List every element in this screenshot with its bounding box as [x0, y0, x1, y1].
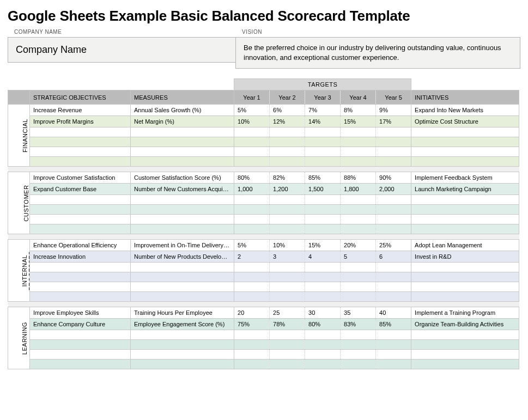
target-cell[interactable] [234, 195, 270, 205]
target-cell[interactable] [341, 215, 376, 224]
target-cell[interactable]: 5% [234, 105, 270, 116]
initiative-cell[interactable] [411, 205, 519, 215]
target-cell[interactable]: 3 [270, 251, 305, 263]
target-cell[interactable] [376, 282, 411, 292]
measure-cell[interactable]: Number of New Customers Acquired [131, 184, 234, 195]
target-cell[interactable]: 6% [270, 105, 305, 116]
target-cell[interactable]: 75% [234, 319, 270, 330]
target-cell[interactable] [270, 340, 305, 350]
target-cell[interactable] [305, 263, 341, 272]
target-cell[interactable] [270, 360, 305, 369]
measure-cell[interactable] [131, 147, 234, 157]
objective-cell[interactable] [30, 330, 131, 340]
target-cell[interactable] [270, 137, 305, 147]
target-cell[interactable] [305, 272, 341, 282]
target-cell[interactable] [270, 147, 305, 157]
initiative-cell[interactable] [411, 224, 519, 234]
target-cell[interactable] [305, 195, 341, 205]
target-cell[interactable] [341, 282, 376, 292]
objective-cell[interactable] [30, 137, 131, 147]
measure-cell[interactable] [131, 340, 234, 350]
initiative-cell[interactable]: Launch Marketing Campaign [411, 184, 519, 195]
target-cell[interactable] [341, 263, 376, 272]
measure-cell[interactable] [131, 292, 234, 302]
target-cell[interactable] [305, 292, 341, 302]
target-cell[interactable] [376, 215, 411, 224]
initiative-cell[interactable] [411, 263, 519, 272]
initiative-cell[interactable] [411, 282, 519, 292]
measure-cell[interactable] [131, 350, 234, 360]
target-cell[interactable] [376, 224, 411, 234]
measure-cell[interactable] [131, 282, 234, 292]
target-cell[interactable]: 4 [305, 251, 341, 263]
target-cell[interactable] [270, 205, 305, 215]
measure-cell[interactable] [131, 205, 234, 215]
initiative-cell[interactable] [411, 272, 519, 282]
target-cell[interactable]: 82% [270, 172, 305, 184]
measure-cell[interactable] [131, 215, 234, 224]
objective-cell[interactable]: Increase Innovation [30, 251, 131, 263]
initiative-cell[interactable] [411, 137, 519, 147]
target-cell[interactable]: 14% [305, 116, 341, 127]
target-cell[interactable] [376, 272, 411, 282]
initiative-cell[interactable] [411, 360, 519, 369]
initiative-cell[interactable] [411, 147, 519, 157]
target-cell[interactable]: 1,800 [341, 184, 376, 195]
measure-cell[interactable] [131, 272, 234, 282]
objective-cell[interactable]: Increase Revenue [30, 105, 131, 116]
target-cell[interactable] [341, 137, 376, 147]
target-cell[interactable]: 90% [376, 172, 411, 184]
target-cell[interactable]: 15% [305, 240, 341, 251]
target-cell[interactable]: 5 [341, 251, 376, 263]
target-cell[interactable] [341, 272, 376, 282]
target-cell[interactable]: 83% [341, 319, 376, 330]
target-cell[interactable] [234, 137, 270, 147]
initiative-cell[interactable]: Implement Feedback System [411, 172, 519, 184]
target-cell[interactable] [341, 224, 376, 234]
target-cell[interactable] [341, 330, 376, 340]
company-value[interactable]: Company Name [8, 37, 235, 63]
target-cell[interactable] [270, 282, 305, 292]
target-cell[interactable] [234, 330, 270, 340]
target-cell[interactable]: 17% [376, 116, 411, 127]
target-cell[interactable] [376, 330, 411, 340]
target-cell[interactable] [376, 205, 411, 215]
target-cell[interactable]: 2,000 [376, 184, 411, 195]
target-cell[interactable] [376, 147, 411, 157]
target-cell[interactable] [305, 360, 341, 369]
target-cell[interactable] [234, 224, 270, 234]
objective-cell[interactable]: Enhance Operational Efficiency [30, 240, 131, 251]
target-cell[interactable] [234, 272, 270, 282]
target-cell[interactable]: 6 [376, 251, 411, 263]
target-cell[interactable] [270, 224, 305, 234]
initiative-cell[interactable] [411, 350, 519, 360]
vision-value[interactable]: Be the preferred choice in our industry … [235, 37, 520, 69]
target-cell[interactable]: 1,000 [234, 184, 270, 195]
target-cell[interactable]: 88% [341, 172, 376, 184]
objective-cell[interactable] [30, 350, 131, 360]
measure-cell[interactable] [131, 157, 234, 167]
measure-cell[interactable] [131, 127, 234, 137]
target-cell[interactable] [305, 205, 341, 215]
target-cell[interactable] [270, 195, 305, 205]
target-cell[interactable] [234, 147, 270, 157]
target-cell[interactable]: 80% [305, 319, 341, 330]
measure-cell[interactable]: Customer Satisfaction Score (%) [131, 172, 234, 184]
measure-cell[interactable]: Training Hours Per Employee [131, 307, 234, 319]
target-cell[interactable] [270, 215, 305, 224]
target-cell[interactable] [376, 360, 411, 369]
target-cell[interactable] [376, 292, 411, 302]
target-cell[interactable]: 1,200 [270, 184, 305, 195]
initiative-cell[interactable] [411, 330, 519, 340]
target-cell[interactable] [305, 147, 341, 157]
target-cell[interactable] [270, 292, 305, 302]
target-cell[interactable] [341, 127, 376, 137]
target-cell[interactable]: 1,500 [305, 184, 341, 195]
target-cell[interactable]: 30 [305, 307, 341, 319]
initiative-cell[interactable] [411, 215, 519, 224]
objective-cell[interactable] [30, 224, 131, 234]
target-cell[interactable]: 10% [234, 116, 270, 127]
target-cell[interactable] [270, 350, 305, 360]
target-cell[interactable] [341, 157, 376, 167]
target-cell[interactable] [234, 157, 270, 167]
